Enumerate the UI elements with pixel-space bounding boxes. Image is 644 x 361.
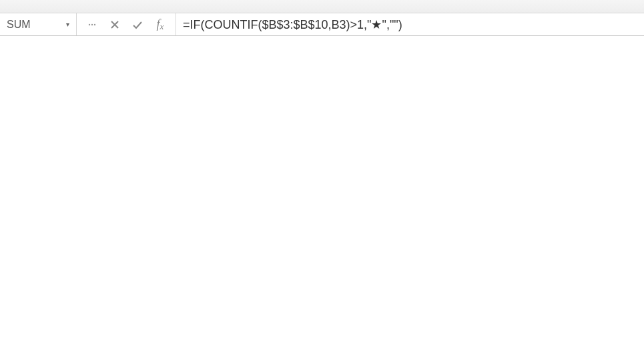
name-box[interactable]: SUM ▾ [0, 13, 77, 35]
chevron-down-icon[interactable]: ▾ [66, 21, 69, 28]
svg-point-1 [91, 23, 93, 25]
formula-bar-buttons: fx [77, 13, 176, 35]
ribbon-area [0, 0, 644, 13]
name-box-value: SUM [7, 19, 31, 31]
cancel-icon[interactable] [103, 13, 126, 35]
svg-point-2 [94, 23, 95, 25]
formula-text: =IF(COUNTIF($B$3:$B$10,B3)>1,"★","") [183, 17, 402, 32]
fx-icon[interactable]: fx [149, 13, 172, 35]
formula-more-icon[interactable] [81, 13, 103, 35]
formula-input[interactable]: =IF(COUNTIF($B$3:$B$10,B3)>1,"★","") [176, 13, 644, 35]
formula-bar: SUM ▾ fx =IF(COUNTIF($B$3:$B$10,B3)>1,"★… [0, 13, 644, 36]
svg-point-0 [89, 23, 90, 25]
enter-icon[interactable] [126, 13, 149, 35]
